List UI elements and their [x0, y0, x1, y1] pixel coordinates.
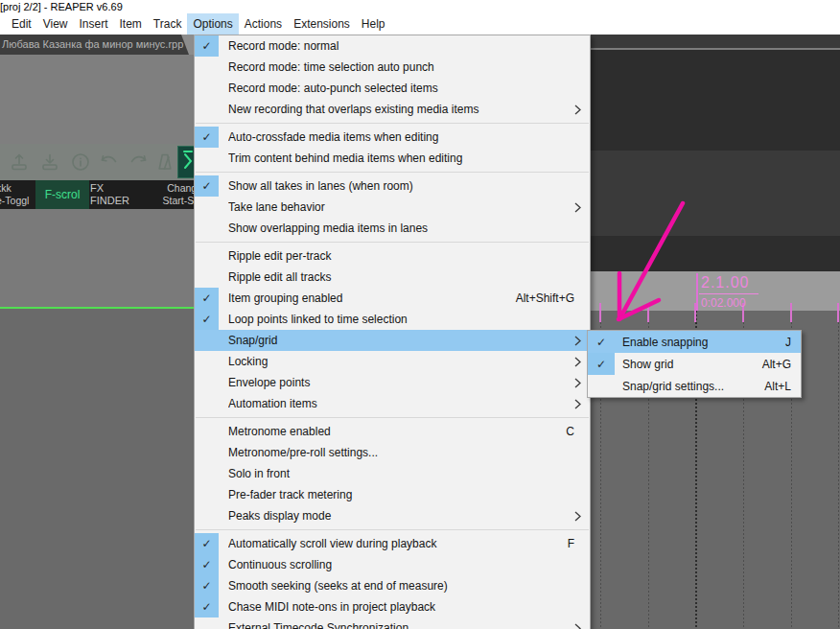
menubar-item-insert[interactable]: Insert — [73, 13, 113, 35]
grid-line — [838, 311, 839, 629]
menu-item-record-mode-auto-punch-selected-items[interactable]: Record mode: auto-punch selected items — [195, 78, 590, 99]
toolbar-button-label: FX FINDER — [90, 182, 146, 207]
menu-item-label: Ripple edit per-track — [228, 249, 574, 263]
menu-gutter — [195, 245, 219, 267]
menu-item-label: Enable snapping — [622, 336, 785, 349]
submenu-arrow-icon — [574, 623, 590, 629]
menu-item-label: Pre-fader track metering — [228, 488, 574, 501]
menu-item-chase-midi-note-ons-in-project-playback[interactable]: ✓Chase MIDI note-ons in project playback — [195, 596, 590, 617]
menu-gutter — [195, 78, 219, 99]
menu-gutter — [195, 351, 219, 372]
window-title: [proj 2/2] - REAPER v6.69 — [0, 1, 123, 12]
ruler-tick — [647, 303, 649, 322]
menu-item-label: External Timecode Synchronization — [228, 621, 574, 629]
submenu-item-snap-grid-settings[interactable]: Snap/grid settings...Alt+L — [588, 375, 801, 397]
menu-item-peaks-display-mode[interactable]: Peaks display mode — [195, 505, 590, 526]
menu-gutter — [588, 375, 615, 397]
submenu-item-enable-snapping[interactable]: ✓Enable snappingJ — [588, 331, 801, 353]
download-icon[interactable] — [38, 151, 61, 174]
checkmark-icon: ✓ — [195, 288, 219, 309]
redo-icon[interactable] — [127, 151, 150, 174]
menu-item-envelope-points[interactable]: Envelope points — [195, 372, 590, 393]
checkmark-icon: ✓ — [588, 331, 615, 353]
submenu-item-show-grid[interactable]: ✓Show gridAlt+G — [588, 353, 801, 375]
menu-item-show-all-takes-in-lanes-when-room[interactable]: ✓Show all takes in lanes (when room) — [195, 175, 590, 197]
menu-item-item-grouping-enabled[interactable]: ✓Item grouping enabledAlt+Shift+G — [195, 288, 590, 309]
menu-bar: EditViewInsertItemTrackOptionsActionsExt… — [0, 13, 840, 35]
menu-item-label: Auto-crossfade media items when editing — [228, 130, 574, 144]
menu-item-automation-items[interactable]: Automation items — [195, 393, 590, 414]
menu-item-shortcut: Alt+L — [764, 380, 791, 393]
menu-item-automatically-scroll-view-during-playback[interactable]: ✓Automatically scroll view during playba… — [195, 533, 590, 554]
menu-item-new-recording-that-overlaps-existing-media-items[interactable]: New recording that overlaps existing med… — [195, 99, 590, 120]
menu-item-label: Loop points linked to time selection — [228, 313, 574, 326]
undo-icon[interactable] — [98, 151, 121, 174]
menu-gutter — [195, 148, 219, 169]
toolbar-button-f-scrol[interactable]: F-scrol — [35, 180, 89, 209]
track-lane-2 — [591, 151, 840, 236]
menu-separator — [195, 526, 590, 533]
arrange-band-top — [591, 35, 840, 48]
menu-item-shortcut: J — [785, 336, 791, 349]
toolbar-button-label: e-Toggl — [0, 195, 29, 207]
menubar-item-help[interactable]: Help — [356, 13, 391, 35]
track-panel-area: Любава Казанка фа минор минус.rpp kkke-T… — [0, 35, 198, 629]
menubar-item-actions[interactable]: Actions — [239, 13, 288, 35]
menubar-item-track[interactable]: Track — [148, 13, 188, 35]
menu-item-ripple-edit-all-tracks[interactable]: Ripple edit all tracks — [195, 267, 590, 288]
check-glyph: ✓ — [201, 313, 211, 326]
menu-item-label: Solo in front — [228, 467, 574, 480]
edit-cursor[interactable] — [696, 273, 698, 311]
menu-item-label: Envelope points — [228, 376, 574, 389]
menu-item-external-timecode-synchronization[interactable]: External Timecode Synchronization — [195, 617, 590, 629]
check-glyph: ✓ — [201, 130, 211, 144]
menu-item-trim-content-behind-media-items-when-editing[interactable]: Trim content behind media items when edi… — [195, 148, 590, 169]
project-tab-label: Любава Казанка фа минор минус.rpp — [2, 38, 183, 50]
menu-item-locking[interactable]: Locking — [195, 351, 590, 372]
track-panel-empty-lower — [0, 309, 198, 629]
menu-item-snap-grid[interactable]: Snap/grid — [195, 330, 590, 351]
menu-gutter — [195, 372, 219, 393]
menu-item-label: Ripple edit all tracks — [228, 270, 574, 284]
menu-gutter — [195, 421, 219, 442]
menu-item-metronome-enabled[interactable]: Metronome enabledC — [195, 421, 590, 442]
menubar-item-item[interactable]: Item — [114, 13, 148, 35]
ruler-tick — [599, 303, 601, 322]
menu-item-record-mode-normal[interactable]: ✓Record mode: normal — [195, 35, 590, 57]
snap-grid-submenu: ✓Enable snappingJ✓Show gridAlt+GSnap/gri… — [587, 330, 802, 398]
menu-item-label: Record mode: normal — [228, 39, 574, 53]
menubar-item-view[interactable]: View — [37, 13, 74, 35]
project-tab[interactable]: Любава Казанка фа минор минус.rpp — [0, 35, 189, 55]
menubar-item-extensions[interactable]: Extensions — [288, 13, 356, 35]
menu-item-auto-crossfade-media-items-when-editing[interactable]: ✓Auto-crossfade media items when editing — [195, 127, 590, 148]
menu-item-take-lane-behavior[interactable]: Take lane behavior — [195, 197, 590, 218]
toolbar-button-change-start-stop[interactable]: ChangeStart-Sto — [147, 180, 198, 209]
menu-item-smooth-seeking-seeks-at-end-of-measure[interactable]: ✓Smooth seeking (seeks at end of measure… — [195, 575, 590, 596]
menu-item-label: Record mode: auto-punch selected items — [228, 82, 574, 95]
menu-item-label: Snap/grid — [228, 334, 574, 347]
menu-item-solo-in-front[interactable]: Solo in front — [195, 463, 590, 484]
menu-item-label: Continuous scrolling — [228, 558, 574, 571]
menubar-item-options[interactable]: Options — [187, 13, 238, 35]
checkmark-icon: ✓ — [588, 353, 615, 375]
menubar-item-edit[interactable]: Edit — [6, 13, 37, 35]
toolbar-button-kkk-toggle[interactable]: kkke-Toggl — [0, 180, 35, 209]
menu-item-label: Smooth seeking (seeks at end of measure) — [228, 579, 574, 593]
menu-gutter — [195, 505, 219, 526]
metronome-icon[interactable] — [153, 151, 176, 174]
menu-item-ripple-edit-per-track[interactable]: Ripple edit per-track — [195, 245, 590, 267]
ruler-position-underline — [699, 293, 758, 294]
menu-item-loop-points-linked-to-time-selection[interactable]: ✓Loop points linked to time selection — [195, 309, 590, 330]
toolbar-button-fx-finder[interactable]: FX FINDER — [90, 180, 146, 209]
check-glyph: ✓ — [201, 558, 211, 571]
upload-icon[interactable] — [8, 151, 31, 174]
checkmark-icon: ✓ — [195, 575, 219, 596]
menu-item-show-overlapping-media-items-in-lanes[interactable]: Show overlapping media items in lanes — [195, 218, 590, 239]
menu-gutter — [195, 197, 219, 218]
menu-item-metronome-pre-roll-settings[interactable]: Metronome/pre-roll settings... — [195, 442, 590, 463]
menu-item-pre-fader-track-metering[interactable]: Pre-fader track metering — [195, 484, 590, 505]
track-panel-empty — [0, 209, 198, 307]
info-icon[interactable] — [69, 151, 92, 174]
menu-item-record-mode-time-selection-auto-punch[interactable]: Record mode: time selection auto punch — [195, 57, 590, 78]
menu-item-continuous-scrolling[interactable]: ✓Continuous scrolling — [195, 554, 590, 575]
